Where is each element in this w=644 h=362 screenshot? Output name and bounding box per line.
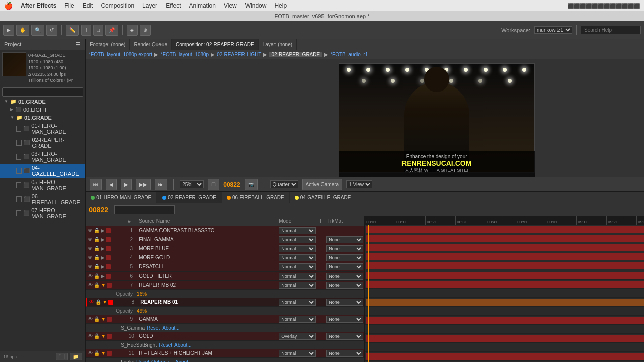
layer-row-11[interactable]: 👁 🔒 ▼ 11 R – FLARES + HIGHLIGHT JAM Norm… [86, 349, 364, 358]
tree-item-07hero[interactable]: ⬛ 07-HERO-MAN_GRADE [0, 206, 85, 220]
layer-expand-8[interactable]: ▼ [102, 299, 107, 305]
next-frame-btn[interactable]: ▶▶ [136, 179, 151, 190]
prev-frame-btn[interactable]: ◀ [106, 179, 117, 190]
check-box[interactable] [16, 154, 21, 160]
sgamma-about[interactable]: About... [162, 325, 179, 331]
layer-expand-6[interactable]: ▶ [101, 273, 105, 279]
menu-view[interactable]: View [224, 2, 237, 9]
new-folder-btn[interactable]: 📁 [70, 353, 82, 360]
menu-layer[interactable]: Layer [142, 2, 157, 9]
check-box[interactable] [16, 168, 22, 174]
layer-mode-select-9[interactable]: Normal [279, 316, 316, 323]
layer-trkmat-select-3[interactable]: None [326, 245, 363, 252]
layer-expand-3[interactable]: ▶ [101, 246, 105, 251]
tool-hand[interactable]: ✋ [16, 25, 29, 36]
apple-menu[interactable]: 🍎 [4, 2, 13, 10]
layer-lock-6[interactable]: 🔒 [94, 273, 100, 279]
layer-trkmat-select-6[interactable]: None [326, 273, 363, 280]
layer-lock-2[interactable]: 🔒 [94, 237, 100, 242]
menu-file[interactable]: File [64, 2, 74, 9]
camera-select-btn[interactable]: Active Camera [302, 179, 343, 190]
tool-rotate[interactable]: ↺ [46, 25, 57, 36]
layer-lock-3[interactable]: 🔒 [94, 246, 100, 251]
tool-text[interactable]: T [81, 25, 91, 36]
first-frame-btn[interactable]: ⏮ [90, 179, 102, 190]
layer-row-2[interactable]: 👁 🔒 ▶ 2 FINAL GAMMA Normal None [86, 235, 364, 244]
check-box[interactable] [16, 140, 22, 146]
breadcrumb-item-1[interactable]: *FOTB_layout_1080p export [89, 52, 152, 57]
timeline-tab-2[interactable]: 02-REAPER_GRADE [157, 192, 222, 203]
breadcrumb-item-4[interactable]: 02-REAPER_GRADE [269, 52, 322, 57]
layer-row-5[interactable]: 👁 🔒 ▶ 5 DESATCH Normal None [86, 262, 364, 272]
menu-help[interactable]: Help [274, 2, 287, 9]
fit-btn[interactable]: ☐ [208, 179, 219, 190]
looks-about[interactable]: About... [175, 359, 192, 363]
workspace-select[interactable]: munkowitz1 [534, 26, 572, 34]
layer-row-9[interactable]: 👁 🔒 ▼ 9 GAMMA Normal None [86, 315, 364, 324]
layer-trkmat-select-4[interactable]: None [326, 254, 363, 261]
breadcrumb-item-2[interactable]: *FOTB_layout_1080p [160, 52, 209, 57]
layer-trkmat-select-11[interactable]: None [326, 350, 363, 357]
tab-layer[interactable]: Layer: (none) [259, 39, 297, 50]
layer-eye-4[interactable]: 👁 [88, 255, 93, 260]
sgamma-reset[interactable]: Reset [147, 325, 160, 331]
layer-expand-4[interactable]: ▶ [101, 255, 105, 260]
view-select[interactable]: 1 View [346, 180, 372, 188]
menu-edit[interactable]: Edit [83, 2, 93, 9]
project-search-input[interactable] [2, 87, 83, 97]
tool-extra2[interactable]: ⊕ [140, 25, 151, 36]
layer-eye-3[interactable]: 👁 [88, 246, 93, 251]
tool-puppet[interactable]: 📌 [105, 25, 118, 36]
menu-effect[interactable]: Effect [166, 2, 181, 9]
layer-lock-10[interactable]: 🔒 [94, 333, 100, 339]
layer-trkmat-select-2[interactable]: None [326, 236, 363, 243]
tab-render-queue[interactable]: Render Queue [130, 39, 172, 50]
layer-lock-4[interactable]: 🔒 [94, 255, 100, 260]
layer-expand-2[interactable]: ▶ [101, 237, 105, 242]
zoom-select[interactable]: 25%50%100% [180, 180, 204, 188]
tree-item-01hero[interactable]: ⬛ 01-HERO-MAN_GRADE [0, 122, 85, 136]
layer-lock-11[interactable]: 🔒 [94, 350, 100, 356]
layer-eye-8[interactable]: 👁 [89, 299, 94, 305]
layer-mode-select-6[interactable]: Normal [279, 273, 316, 280]
layer-trkmat-select-9[interactable]: None [326, 316, 363, 323]
layer-trkmat-select-8[interactable]: None [326, 299, 363, 306]
layer-mode-select-10[interactable]: Overlay [279, 333, 316, 340]
layer-expand-1[interactable]: ▶ [101, 228, 105, 233]
layer-row-8[interactable]: 👁 🔒 ▼ 8 REAPER MB 01 Normal None [86, 298, 364, 307]
looks-reset[interactable]: Reset [136, 359, 149, 363]
layer-lock-1[interactable]: 🔒 [94, 228, 100, 233]
tree-item-01grade[interactable]: ▼ 📁 01.GRADE [0, 98, 85, 106]
check-box[interactable] [16, 210, 21, 216]
layer-expand-7[interactable]: ▼ [101, 282, 106, 288]
layer-expand-5[interactable]: ▶ [101, 264, 105, 269]
layer-trkmat-select-10[interactable]: None [326, 333, 363, 340]
looks-options[interactable]: Options... [151, 359, 173, 363]
tree-item-03hero[interactable]: ⬛ 03-HERO-MAN_GRADE [0, 150, 85, 164]
tool-pen[interactable]: ✏️ [66, 25, 79, 36]
breadcrumb-item-3[interactable]: 02-REAPER-LIGHT [217, 52, 261, 57]
layer-row-1[interactable]: 👁 🔒 ▶ 1 GAMMA CONTRAST BLASSSTO Normal [86, 226, 364, 235]
layer-row-10[interactable]: 👁 🔒 ▼ 10 GOLD Overlay None [86, 332, 364, 341]
layer-mode-select-5[interactable]: Normal [279, 263, 316, 270]
menu-composition[interactable]: Composition [101, 2, 134, 9]
check-box[interactable] [16, 126, 21, 132]
menu-window[interactable]: Window [245, 2, 267, 9]
layer-lock-5[interactable]: 🔒 [94, 264, 100, 269]
project-menu-icon[interactable]: ☰ [76, 41, 81, 48]
layer-row-4[interactable]: 👁 🔒 ▶ 4 MORE GOLD Normal None [86, 253, 364, 262]
layer-mode-select-11[interactable]: Normal [279, 350, 316, 357]
new-comp-btn[interactable]: ⬛ [56, 353, 68, 360]
timeline-tab-4[interactable]: 04-GAZELLE_GRADE [290, 192, 357, 203]
search-help-input[interactable] [581, 26, 641, 34]
resolution-select[interactable]: QuarterHalfFull [270, 180, 298, 188]
timeline-tab-1[interactable]: 01-HERO-MAN_GRADE [86, 192, 157, 203]
tab-composition[interactable]: Composition: 02-REAPER-GRADE [172, 39, 259, 50]
layer-eye-2[interactable]: 👁 [88, 237, 93, 242]
layer-lock-8[interactable]: 🔒 [95, 299, 101, 305]
snap-btn[interactable]: 📷 [245, 179, 258, 190]
tree-item-01grade-inner[interactable]: ▼ 📁 01.GRADE [0, 114, 85, 122]
timeline-search[interactable] [114, 205, 175, 214]
huesat-reset[interactable]: Reset [159, 342, 172, 348]
layer-expand-11[interactable]: ▼ [101, 350, 106, 356]
